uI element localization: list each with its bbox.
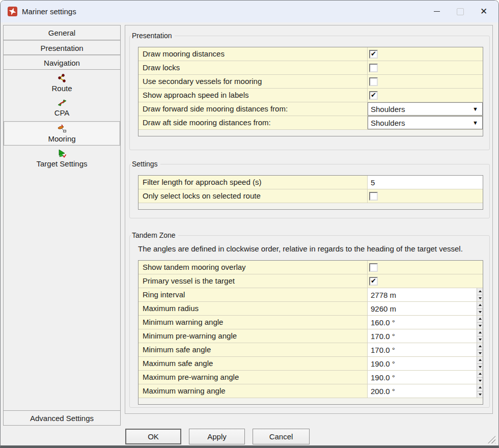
- spinner-input[interactable]: 170.0 °: [368, 343, 483, 356]
- spinner-buttons: [477, 371, 483, 384]
- row-label: Show tandem mooring overlay: [138, 261, 368, 274]
- resize-grip-icon[interactable]: [488, 436, 495, 443]
- spinner-up-icon[interactable]: [477, 288, 483, 295]
- spinner-input[interactable]: 160.0 °: [368, 316, 483, 329]
- table-row: Use secondary vessels for mooring: [138, 75, 483, 89]
- spinner-up-icon[interactable]: [477, 316, 483, 323]
- spinner-up-icon[interactable]: [477, 384, 483, 391]
- spinner-input[interactable]: 9260 m: [368, 302, 483, 315]
- table-row: Draw locks: [138, 61, 483, 75]
- spinner-value: 2778 m: [368, 291, 396, 299]
- checkbox[interactable]: ✔: [369, 91, 378, 100]
- spinner-buttons: [477, 302, 483, 315]
- checkbox[interactable]: [369, 192, 378, 201]
- row-value: [368, 61, 483, 74]
- spinner-down-icon[interactable]: [477, 391, 483, 398]
- table-footer-strip: [138, 130, 483, 136]
- settings-panel: Presentation Draw mooring distances✔Draw…: [125, 25, 493, 414]
- sidebar-item-cpa[interactable]: CPA: [4, 96, 120, 120]
- titlebar[interactable]: Mariner settings ✕: [1, 1, 498, 22]
- text-input[interactable]: 5: [368, 176, 483, 189]
- table-row: Draw forward side mooring distances from…: [138, 102, 483, 116]
- spinner-down-icon[interactable]: [477, 350, 483, 357]
- group-title: Presentation: [131, 32, 175, 40]
- dropdown[interactable]: Shoulders▼: [368, 116, 483, 129]
- spinner-input[interactable]: 190.0 °: [368, 357, 483, 370]
- sidebar-item-advanced-settings[interactable]: Advanced Settings: [4, 410, 120, 425]
- table-footer-strip: [138, 203, 483, 209]
- sidebar-item-route[interactable]: Route: [4, 71, 120, 96]
- table-row: Maximum radius9260 m: [138, 302, 483, 316]
- settings-table: Draw mooring distances✔Draw locksUse sec…: [138, 47, 483, 136]
- spinner-input[interactable]: 200.0 °: [368, 384, 483, 398]
- table-row: Minimum safe angle170.0 °: [138, 343, 483, 357]
- row-label: Draw mooring distances: [138, 47, 368, 61]
- minimize-icon: [434, 11, 440, 12]
- spinner-down-icon[interactable]: [477, 364, 483, 371]
- spinner-up-icon[interactable]: [477, 302, 483, 309]
- spinner-input[interactable]: 170.0 °: [368, 329, 483, 343]
- spinner-up-icon[interactable]: [477, 343, 483, 350]
- sidebar-item-mooring[interactable]: Mooring: [4, 121, 120, 146]
- chevron-down-icon[interactable]: ▼: [473, 120, 483, 126]
- table-row: Maximum pre-warning angle190.0 °: [138, 371, 483, 384]
- close-button[interactable]: ✕: [472, 1, 495, 22]
- row-label: Minimum warning angle: [138, 316, 368, 329]
- spinner-buttons: [477, 329, 483, 343]
- spinner-value: 190.0 °: [368, 373, 395, 382]
- cancel-button[interactable]: Cancel: [253, 429, 310, 444]
- row-label: Draw forward side mooring distances from…: [138, 102, 368, 116]
- group-title: Settings: [131, 160, 160, 168]
- row-label: Draw locks: [138, 61, 368, 74]
- spinner-down-icon[interactable]: [477, 309, 483, 316]
- row-label: Maximum safe angle: [138, 357, 368, 370]
- row-label: Maximum warning angle: [138, 384, 368, 398]
- sidebar-item-navigation[interactable]: Navigation: [4, 55, 120, 70]
- table-row: Maximum safe angle190.0 °: [138, 357, 483, 371]
- spinner-value: 170.0 °: [368, 332, 395, 341]
- apply-button[interactable]: Apply: [189, 429, 245, 444]
- table-footer-strip: [138, 398, 483, 404]
- row-label: Maximum radius: [138, 302, 368, 315]
- row-value: [368, 261, 483, 274]
- spinner-down-icon[interactable]: [477, 295, 483, 302]
- table-row: Minimum warning angle160.0 °: [138, 316, 483, 329]
- sidebar-item-presentation[interactable]: Presentation: [4, 40, 120, 55]
- checkbox[interactable]: [369, 263, 378, 272]
- row-label: Primary vessel is the target: [138, 274, 368, 288]
- sidebar-nav-list: Route CPA: [4, 70, 120, 171]
- spinner-up-icon[interactable]: [477, 371, 483, 378]
- spinner-input[interactable]: 2778 m: [368, 288, 483, 301]
- maximize-button[interactable]: [449, 1, 472, 22]
- tandem-zone-description: The angles are defined in clockwise orde…: [138, 244, 484, 253]
- spinner-up-icon[interactable]: [477, 357, 483, 364]
- row-label: Filter length for approach speed (s): [138, 176, 368, 189]
- table-row: Draw aft side mooring distances from:Sho…: [138, 116, 483, 130]
- ok-button[interactable]: OK: [125, 429, 181, 444]
- spinner-input[interactable]: 190.0 °: [368, 371, 483, 384]
- close-icon: ✕: [480, 7, 487, 16]
- minimize-button[interactable]: [425, 1, 449, 22]
- sidebar-item-general[interactable]: General: [4, 25, 120, 40]
- chevron-down-icon[interactable]: ▼: [473, 106, 483, 112]
- spinner-down-icon[interactable]: [477, 337, 483, 343]
- row-value: [368, 75, 483, 88]
- spinner-down-icon[interactable]: [477, 323, 483, 329]
- sidebar-item-target-settings[interactable]: Target Settings: [4, 147, 120, 171]
- table-row: Ring interval2778 m: [138, 288, 483, 302]
- dropdown[interactable]: Shoulders▼: [368, 102, 483, 116]
- spinner-up-icon[interactable]: [477, 329, 483, 337]
- row-value: [368, 189, 483, 203]
- checkbox[interactable]: ✔: [369, 277, 378, 286]
- checkbox[interactable]: [369, 77, 378, 86]
- mooring-icon: [57, 124, 67, 134]
- group-title: Tandem Zone: [131, 231, 178, 239]
- table-row: Draw mooring distances✔: [138, 47, 483, 61]
- checkbox[interactable]: ✔: [369, 50, 378, 59]
- spinner-buttons: [477, 288, 483, 301]
- checkbox[interactable]: [369, 64, 378, 72]
- row-label: Maximum pre-warning angle: [138, 371, 368, 384]
- group-presentation: Presentation Draw mooring distances✔Draw…: [129, 32, 490, 150]
- spinner-down-icon[interactable]: [477, 378, 483, 384]
- table-row: Minimum pre-warning angle170.0 °: [138, 329, 483, 343]
